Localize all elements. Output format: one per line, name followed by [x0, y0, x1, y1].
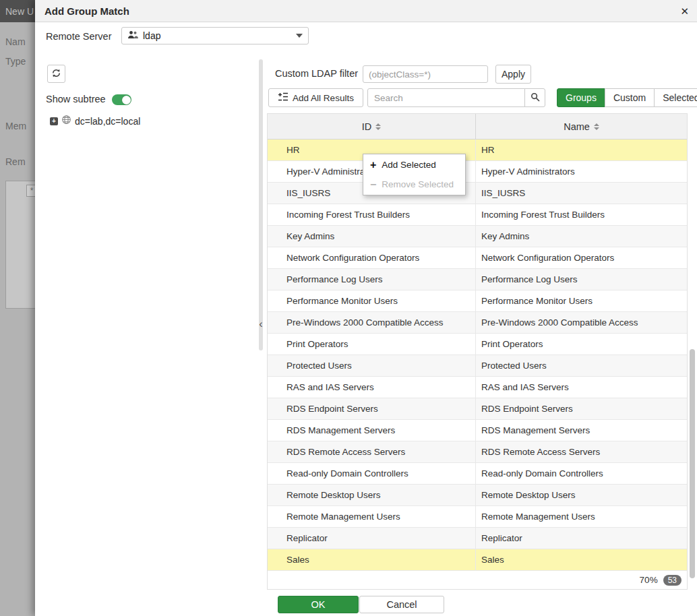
toggle-knob: [122, 96, 131, 104]
column-header-id[interactable]: ID: [268, 114, 476, 139]
cell-name: HR: [476, 140, 687, 160]
cell-name: Print Operators: [476, 334, 687, 355]
table-row[interactable]: Performance Monitor UsersPerformance Mon…: [268, 290, 687, 312]
show-subtree-label: Show subtree: [46, 94, 106, 104]
add-all-label: Add All Results: [293, 93, 354, 103]
cell-name: RDS Remote Access Servers: [476, 441, 687, 462]
table-row[interactable]: Remote Desktop UsersRemote Desktop Users: [268, 485, 687, 506]
tab-groups[interactable]: Groups: [557, 88, 605, 107]
table-row[interactable]: Performance Log UsersPerformance Log Use…: [268, 269, 687, 290]
table-row[interactable]: RDS Management ServersRDS Management Ser…: [268, 420, 687, 441]
refresh-icon: [51, 68, 61, 80]
group-table: ID Name HRHRHyper-V AdministratorsHyper-…: [267, 113, 688, 590]
add-all-results-button[interactable]: Add All Results: [268, 88, 363, 107]
table-row[interactable]: Read-only Domain ControllersRead-only Do…: [268, 463, 687, 485]
background-titlebar-fragment: New U: [0, 0, 35, 22]
table-row[interactable]: RAS and IAS ServersRAS and IAS Servers: [268, 377, 687, 398]
ldap-server-icon: [127, 30, 138, 42]
cell-id: Performance Log Users: [268, 269, 476, 290]
cell-name: Incoming Forest Trust Builders: [476, 204, 687, 225]
tab-custom[interactable]: Custom: [605, 88, 655, 107]
table-row[interactable]: IIS_IUSRSIIS_IUSRS: [268, 183, 687, 204]
table-row[interactable]: Network Configuration OperatorsNetwork C…: [268, 247, 687, 269]
table-row[interactable]: ReplicatorReplicator: [268, 528, 687, 549]
refresh-button[interactable]: [47, 65, 65, 83]
background-title-text: New U: [5, 6, 34, 17]
sort-icon: [375, 123, 381, 130]
table-row[interactable]: HRHR: [268, 140, 687, 161]
cancel-button[interactable]: Cancel: [359, 596, 444, 613]
cell-name: Replicator: [476, 528, 687, 549]
cell-id: Remote Management Users: [268, 506, 476, 527]
background-cell-text: *: [30, 186, 34, 195]
add-group-match-dialog: Add Group Match ✕ Remote Server ldap: [35, 0, 697, 616]
table-row[interactable]: Remote Management UsersRemote Management…: [268, 506, 687, 528]
search-input[interactable]: [367, 88, 525, 107]
table-row[interactable]: RDS Endpoint ServersRDS Endpoint Servers: [268, 398, 687, 420]
table-row[interactable]: RDS Remote Access ServersRDS Remote Acce…: [268, 441, 687, 463]
table-row[interactable]: SalesSales: [268, 549, 687, 571]
cell-name: Pre-Windows 2000 Compatible Access: [476, 312, 687, 333]
plus-icon: +: [370, 159, 376, 171]
background-field-label: Mem: [5, 121, 26, 131]
apply-button[interactable]: Apply: [495, 65, 531, 84]
show-subtree-toggle[interactable]: [112, 94, 131, 105]
context-menu-label: Add Selected: [382, 160, 435, 170]
table-row[interactable]: Protected UsersProtected Users: [268, 355, 687, 377]
tree-root-item[interactable]: + dc=lab,dc=local: [50, 115, 140, 127]
table-row[interactable]: Hyper-V AdministratorsHyper-V Administra…: [268, 161, 687, 183]
dialog-titlebar: Add Group Match ✕: [35, 0, 697, 22]
cell-id: Incoming Forest Trust Builders: [268, 204, 476, 225]
column-label: Name: [564, 121, 590, 132]
table-status-bar: 70% 53: [268, 571, 687, 589]
background-field-label: Rem: [5, 156, 26, 167]
caret-down-icon: [296, 34, 303, 38]
cell-id: Sales: [268, 549, 476, 570]
table-row[interactable]: Print OperatorsPrint Operators: [268, 334, 687, 355]
tree-expand-icon[interactable]: +: [50, 117, 58, 125]
table-row[interactable]: Pre-Windows 2000 Compatible AccessPre-Wi…: [268, 312, 687, 334]
cell-name: Protected Users: [476, 355, 687, 376]
cell-name: Remote Management Users: [476, 506, 687, 527]
ldap-filter-input[interactable]: [363, 65, 488, 83]
cell-id: Network Configuration Operators: [268, 247, 476, 268]
dialog-title: Add Group Match: [44, 0, 129, 22]
ok-button[interactable]: OK: [278, 596, 359, 613]
group-table-body: HRHRHyper-V AdministratorsHyper-V Admini…: [268, 140, 687, 571]
row-count-badge: 53: [663, 575, 681, 586]
cell-id: Protected Users: [268, 355, 476, 376]
pane-splitter[interactable]: [259, 59, 263, 350]
cell-name: IIS_IUSRS: [476, 183, 687, 204]
search-button[interactable]: [524, 88, 545, 107]
tab-selected[interactable]: Selected: [654, 88, 697, 107]
context-menu-item-remove-selected: − Remove Selected: [363, 175, 465, 194]
cell-name: Sales: [476, 549, 687, 570]
collapse-pane-icon[interactable]: ‹: [256, 315, 266, 333]
close-icon[interactable]: ✕: [680, 0, 689, 22]
tree-root-label: dc=lab,dc=local: [75, 116, 140, 127]
cell-name: Performance Monitor Users: [476, 290, 687, 311]
cell-id: Read-only Domain Controllers: [268, 463, 476, 484]
remote-server-label: Remote Server: [46, 31, 112, 42]
table-header: ID Name: [268, 114, 687, 140]
context-menu-item-add-selected[interactable]: + Add Selected: [363, 155, 465, 175]
cell-id: RAS and IAS Servers: [268, 377, 476, 398]
cell-id: RDS Remote Access Servers: [268, 441, 476, 462]
column-label: ID: [362, 121, 372, 132]
table-row[interactable]: Key AdminsKey Admins: [268, 226, 687, 247]
scrollbar-thumb[interactable]: [690, 349, 695, 578]
cell-id: Key Admins: [268, 226, 476, 247]
cell-name: RDS Management Servers: [476, 420, 687, 441]
background-field-label: Type: [5, 56, 26, 67]
remote-server-value: ldap: [143, 30, 160, 41]
table-row[interactable]: Incoming Forest Trust BuildersIncoming F…: [268, 204, 687, 226]
cell-name: RDS Endpoint Servers: [476, 398, 687, 419]
background-field-label: Nam: [5, 36, 26, 47]
column-header-name[interactable]: Name: [476, 114, 687, 139]
cell-id: Pre-Windows 2000 Compatible Access: [268, 312, 476, 333]
remote-server-select[interactable]: ldap: [121, 27, 309, 44]
cell-name: Key Admins: [476, 226, 687, 247]
cell-id: Remote Desktop Users: [268, 485, 476, 505]
screen: New U Nam Type Mem Rem * Add Group Match…: [0, 0, 697, 616]
search-icon: [531, 92, 540, 104]
